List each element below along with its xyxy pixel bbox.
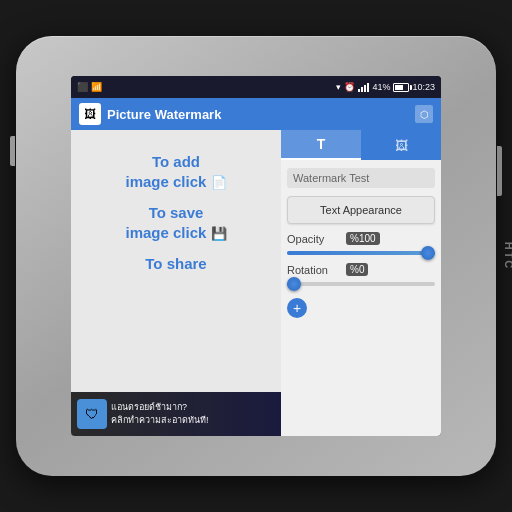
opacity-fill (287, 251, 435, 255)
text-appearance-button[interactable]: Text Appearance (287, 196, 435, 224)
share-instruction-text: To share (125, 254, 226, 274)
tab-bar: T 🖼 (281, 130, 441, 160)
image-panel: To add image click 📄 To save image click… (71, 130, 281, 436)
right-panel: T 🖼 Watermark Test Text Appearance (281, 130, 441, 436)
status-bar: ⬛ 📶 ▾ ⏰ 41% 10:23 (71, 76, 441, 98)
opacity-label-row: Opacity %100 (287, 232, 435, 245)
notification-icon: 📶 (91, 82, 102, 92)
usb-icon: ⬛ (77, 82, 88, 92)
rotation-slider-row: Rotation %0 (287, 263, 435, 286)
save-icon: 💾 (211, 226, 227, 242)
share-line: To share (145, 255, 206, 272)
app-bar: 🖼 Picture Watermark ⬡ (71, 98, 441, 130)
ad-text-line1: แอนดรอยด์ช้ามาก? (111, 401, 209, 414)
text-appearance-label: Text Appearance (320, 204, 402, 216)
ad-text: แอนดรอยด์ช้ามาก? คลิกทำความสะอาดทันที! (111, 401, 209, 426)
signal-bars (358, 83, 369, 92)
signal-bar-2 (361, 87, 363, 92)
status-right-info: ▾ ⏰ 41% 10:23 (336, 82, 435, 92)
ad-banner[interactable]: 🛡 แอนดรอยด์ช้ามาก? คลิกทำความสะอาดทันที! (71, 392, 281, 436)
status-left-icons: ⬛ 📶 (77, 82, 102, 92)
add-line1: To add (152, 153, 200, 170)
wifi-icon: ▾ (336, 82, 341, 92)
watermark-label: Watermark Test (287, 168, 435, 188)
add-image-text: To add image click 📄 (125, 152, 226, 191)
main-content: To add image click 📄 To save image click… (71, 130, 441, 436)
app-title: Picture Watermark (107, 107, 409, 122)
image-tab-icon: 🖼 (395, 138, 408, 153)
volume-button[interactable] (10, 136, 15, 166)
rotation-track[interactable] (287, 282, 435, 286)
opacity-label: Opacity (287, 233, 342, 245)
phone-device: HTC ⬛ 📶 ▾ ⏰ 41% 10:23 (16, 36, 496, 476)
power-button[interactable] (497, 146, 502, 196)
ad-text-line2: คลิกทำความสะอาดทันที! (111, 414, 209, 427)
share-icon[interactable]: ⬡ (415, 105, 433, 123)
rotation-thumb[interactable] (287, 277, 301, 291)
rotation-label-row: Rotation %0 (287, 263, 435, 276)
signal-bar-4 (367, 83, 369, 92)
signal-bar-1 (358, 89, 360, 92)
save-line2: image click (125, 224, 206, 241)
rotation-label: Rotation (287, 264, 342, 276)
rotation-value: %0 (346, 263, 368, 276)
alarm-icon: ⏰ (344, 82, 355, 92)
add-button[interactable]: + (287, 298, 307, 318)
time-display: 10:23 (412, 82, 435, 92)
app-icon: 🖼 (79, 103, 101, 125)
signal-bar-3 (364, 85, 366, 92)
right-content: Watermark Test Text Appearance Opacity %… (281, 160, 441, 326)
opacity-thumb[interactable] (421, 246, 435, 260)
tab-image[interactable]: 🖼 (361, 130, 441, 160)
opacity-track[interactable] (287, 251, 435, 255)
add-icon: + (293, 300, 301, 316)
instructions-area: To add image click 📄 To save image click… (115, 142, 236, 284)
add-line2: image click (125, 173, 206, 190)
save-line1: To save (149, 204, 204, 221)
text-tab-icon: T (317, 136, 326, 152)
opacity-value: %100 (346, 232, 380, 245)
save-image-text: To save image click 💾 (125, 203, 226, 242)
opacity-slider-row: Opacity %100 (287, 232, 435, 255)
tab-text[interactable]: T (281, 130, 361, 160)
click-icon: 📄 (211, 175, 227, 191)
app-bar-icons: ⬡ (415, 105, 433, 123)
brand-label: HTC (504, 242, 512, 271)
battery-icon (393, 83, 409, 92)
phone-screen: ⬛ 📶 ▾ ⏰ 41% 10:23 (71, 76, 441, 436)
ad-icon: 🛡 (77, 399, 107, 429)
signal-percent: 41% (372, 82, 390, 92)
